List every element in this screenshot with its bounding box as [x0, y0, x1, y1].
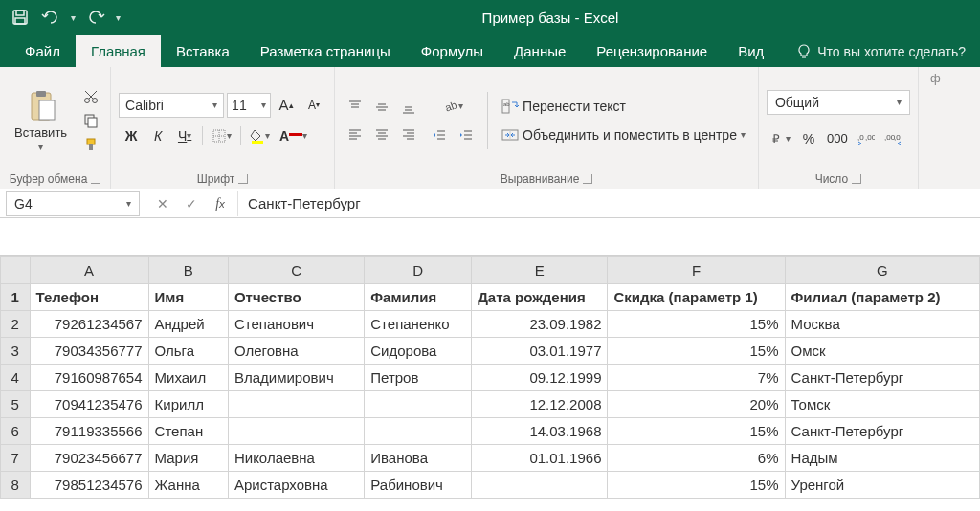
- tab-file[interactable]: Файл: [10, 35, 76, 67]
- cell[interactable]: Филиал (параметр 2): [785, 284, 979, 311]
- cell[interactable]: Дата рождения: [472, 284, 608, 311]
- column-header[interactable]: G: [785, 257, 979, 284]
- column-header[interactable]: B: [148, 257, 228, 284]
- tab-review[interactable]: Рецензирование: [581, 35, 723, 67]
- cell[interactable]: Николаевна: [228, 445, 364, 472]
- cell[interactable]: Иванова: [365, 445, 472, 472]
- align-left-button[interactable]: [343, 122, 368, 146]
- tab-data[interactable]: Данные: [499, 35, 581, 67]
- row-header[interactable]: 6: [1, 418, 31, 445]
- cell[interactable]: Степанович: [228, 311, 364, 338]
- column-header[interactable]: E: [472, 257, 608, 284]
- row-header[interactable]: 7: [1, 445, 31, 472]
- align-top-button[interactable]: [343, 95, 368, 120]
- column-header[interactable]: F: [608, 257, 785, 284]
- row-header[interactable]: 5: [1, 391, 31, 418]
- cell[interactable]: Аристарховна: [228, 472, 364, 499]
- tab-insert[interactable]: Вставка: [161, 35, 245, 67]
- cell[interactable]: Томск: [785, 391, 979, 418]
- number-format-combo[interactable]: Общий▾: [767, 90, 910, 115]
- cut-button[interactable]: [79, 86, 102, 107]
- cell[interactable]: [365, 418, 472, 445]
- cell[interactable]: [365, 391, 472, 418]
- tab-view[interactable]: Вид: [723, 35, 779, 67]
- underline-button[interactable]: Ч ▾: [172, 123, 197, 148]
- cell[interactable]: 15%: [608, 338, 785, 365]
- cell[interactable]: 12.12.2008: [472, 391, 608, 418]
- cell[interactable]: Петров: [365, 365, 472, 391]
- cell[interactable]: Андрей: [148, 311, 228, 338]
- undo-icon[interactable]: [40, 7, 61, 28]
- undo-dropdown[interactable]: ▾: [71, 12, 76, 23]
- increase-font-button[interactable]: A▴: [274, 93, 299, 118]
- cell[interactable]: 09.12.1999: [472, 365, 608, 391]
- bold-button[interactable]: Ж: [119, 123, 144, 148]
- borders-button[interactable]: ▾: [208, 123, 235, 148]
- cell[interactable]: [228, 418, 364, 445]
- cell[interactable]: 6%: [608, 445, 785, 472]
- cell[interactable]: 03.01.1977: [472, 338, 608, 365]
- cell[interactable]: Владимирович: [228, 365, 364, 391]
- cell[interactable]: 14.03.1968: [472, 418, 608, 445]
- cell[interactable]: 79034356777: [30, 338, 148, 365]
- align-middle-button[interactable]: [369, 95, 394, 120]
- cell[interactable]: 79119335566: [30, 418, 148, 445]
- cell[interactable]: Уренгой: [785, 472, 979, 499]
- column-header[interactable]: C: [228, 257, 364, 284]
- cell[interactable]: 15%: [608, 311, 785, 338]
- cell[interactable]: Кирилл: [148, 391, 228, 418]
- font-color-button[interactable]: A▾: [276, 123, 311, 148]
- decrease-font-button[interactable]: A▾: [301, 93, 326, 118]
- wrap-text-button[interactable]: ab Перенести текст: [497, 93, 750, 120]
- clipboard-dialog-launcher[interactable]: [91, 174, 100, 184]
- cell[interactable]: 15%: [608, 418, 785, 445]
- row-header[interactable]: 4: [1, 365, 31, 391]
- decrease-indent-button[interactable]: [427, 122, 452, 147]
- formula-input[interactable]: Санкт-Петербург: [237, 191, 980, 216]
- row-header[interactable]: 2: [1, 311, 31, 338]
- row-header[interactable]: 1: [1, 284, 31, 311]
- increase-decimal-button[interactable]: ,0,00: [854, 126, 879, 151]
- tell-me-search[interactable]: Что вы хотите сделать?: [787, 36, 975, 67]
- cell[interactable]: 70941235476: [30, 391, 148, 418]
- decrease-decimal-button[interactable]: ,00,0: [880, 126, 905, 151]
- alignment-dialog-launcher[interactable]: [583, 174, 592, 184]
- paste-button[interactable]: Вставить ▾: [8, 84, 74, 157]
- cancel-formula-button[interactable]: ✕: [149, 191, 176, 216]
- accounting-format-button[interactable]: ₽▾: [767, 126, 794, 151]
- cell[interactable]: Степан: [148, 418, 228, 445]
- cell[interactable]: 23.09.1982: [472, 311, 608, 338]
- cell[interactable]: Омск: [785, 338, 979, 365]
- tab-formulas[interactable]: Формулы: [406, 35, 499, 67]
- column-header[interactable]: A: [30, 257, 148, 284]
- row-header[interactable]: 8: [1, 472, 31, 499]
- align-center-button[interactable]: [369, 122, 394, 146]
- spreadsheet-grid[interactable]: A B C D E F G 1ТелефонИмяОтчествоФамилия…: [0, 256, 980, 499]
- cell[interactable]: Олеговна: [228, 338, 364, 365]
- insert-function-button[interactable]: fx: [207, 191, 234, 216]
- cell[interactable]: Отчество: [228, 284, 364, 311]
- font-dialog-launcher[interactable]: [238, 174, 248, 184]
- italic-button[interactable]: К: [145, 123, 170, 148]
- orientation-button[interactable]: ab▾: [427, 94, 479, 119]
- cell[interactable]: [228, 391, 364, 418]
- row-header[interactable]: 3: [1, 338, 31, 365]
- cell[interactable]: Рабинович: [365, 472, 472, 499]
- cell[interactable]: Москва: [785, 311, 979, 338]
- cell[interactable]: Сидорова: [365, 338, 472, 365]
- font-name-combo[interactable]: Calibri▾: [119, 93, 224, 118]
- cell[interactable]: 7%: [608, 365, 785, 391]
- align-right-button[interactable]: [396, 122, 421, 146]
- cell[interactable]: Имя: [148, 284, 228, 311]
- cell[interactable]: Ольга: [148, 338, 228, 365]
- cell[interactable]: Надым: [785, 445, 979, 472]
- align-bottom-button[interactable]: [396, 95, 421, 120]
- select-all-corner[interactable]: [1, 257, 31, 284]
- increase-indent-button[interactable]: [454, 122, 479, 147]
- name-box[interactable]: G4▾: [6, 191, 140, 216]
- tab-layout[interactable]: Разметка страницы: [245, 35, 406, 67]
- merge-center-button[interactable]: Объединить и поместить в центре ▾: [497, 122, 750, 148]
- cell[interactable]: Санкт-Петербург: [785, 365, 979, 391]
- percent-format-button[interactable]: %: [796, 126, 821, 151]
- tab-home[interactable]: Главная: [76, 35, 161, 67]
